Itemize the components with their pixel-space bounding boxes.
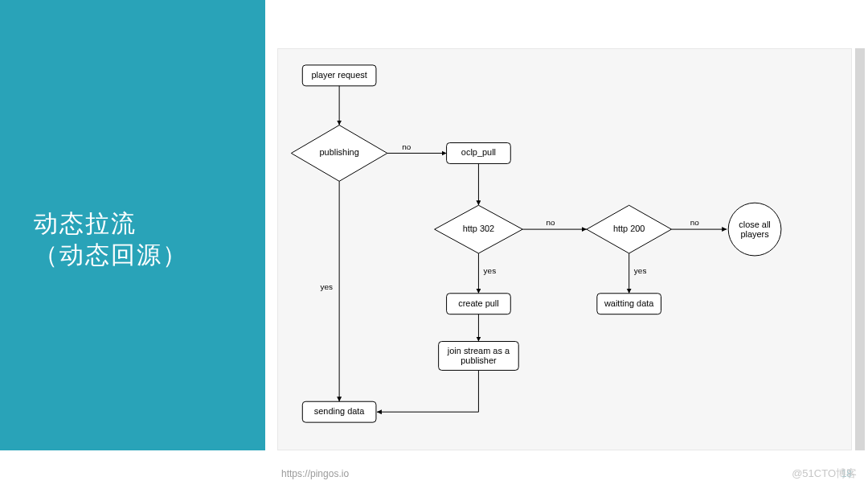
label-close-all-1: close all (739, 220, 771, 229)
label-player-request: player request (311, 70, 366, 80)
label-publishing: publishing (319, 147, 358, 157)
edge-label-no: no (547, 218, 556, 227)
sidebar: 动态拉流 （动态回源） (0, 0, 265, 450)
label-waiting-data: waitting data (604, 298, 654, 308)
edge-label-yes: yes (320, 282, 333, 291)
label-join-stream-1: join stream as a (447, 346, 510, 355)
edge-label-no: no (402, 142, 411, 151)
watermark: @51CTO博客 (792, 466, 857, 481)
edge (377, 370, 478, 412)
label-join-stream-2: publisher (461, 355, 497, 365)
label-create-pull: create pull (458, 298, 498, 308)
label-http-200: http 200 (613, 224, 645, 233)
right-edge-bar (855, 48, 865, 450)
flowchart-diagram: player request publishing no oclp_pull h… (277, 48, 852, 450)
flowchart-svg: player request publishing no oclp_pull h… (278, 49, 851, 450)
label-close-all-2: players (740, 229, 769, 239)
slide: 动态拉流 （动态回源） player request publishing no (0, 0, 868, 489)
edge-label-yes: yes (484, 266, 497, 275)
title-line-2: （动态回源） (34, 239, 188, 270)
label-http-302: http 302 (463, 224, 495, 233)
footer-url: https://pingos.io (281, 468, 349, 479)
edge-label-no: no (690, 218, 700, 227)
title-block: 动态拉流 （动态回源） (34, 208, 188, 270)
label-sending-data: sending data (314, 406, 366, 416)
label-oclp-pull: oclp_pull (461, 147, 496, 157)
title-line-1: 动态拉流 (34, 208, 188, 239)
edge-label-yes: yes (634, 266, 647, 275)
